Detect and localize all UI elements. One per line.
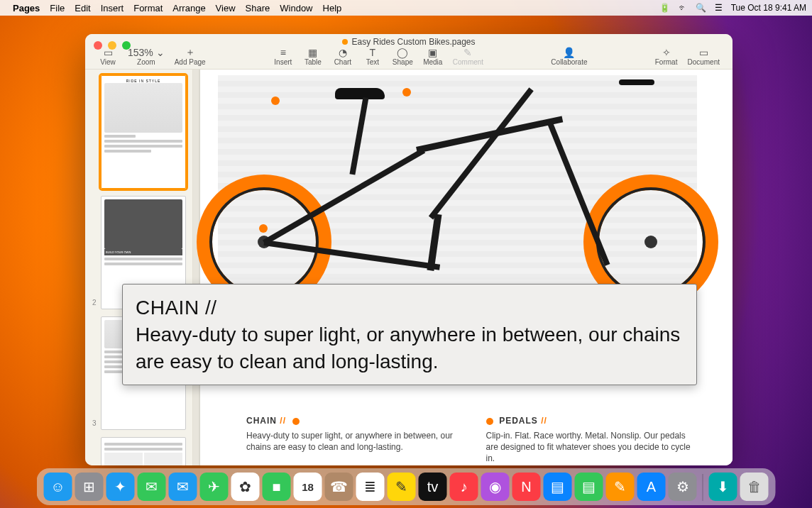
bike-seat <box>335 88 385 99</box>
document-editor[interactable]: CHAIN // Heavy-duty to super light, or a… <box>193 70 733 465</box>
wifi-icon[interactable]: ᯤ <box>679 3 687 13</box>
dock-app-messages[interactable]: ✉ <box>138 473 166 501</box>
titlebar: Easy Rides Custom Bikes.pages ▭View 153%… <box>85 34 733 70</box>
dock-app-mail[interactable]: ✉ <box>169 473 197 501</box>
zoom-dropdown[interactable]: 153% ⌄Zoom <box>124 47 169 67</box>
dock-app-notes[interactable]: ✎ <box>388 473 416 501</box>
dock-app-photos[interactable]: ✿ <box>231 473 260 501</box>
dock-app-tv[interactable]: tv <box>419 473 447 501</box>
collaborate-icon: 👤 <box>563 47 575 58</box>
shape-button[interactable]: ◯Shape <box>388 47 417 67</box>
page-canvas[interactable]: CHAIN // Heavy-duty to super light, or a… <box>200 70 733 465</box>
hover-text-overlay: CHAIN // Heavy-duty to super light, or a… <box>122 284 697 385</box>
dock-app-settings[interactable]: ⚙ <box>669 473 697 501</box>
page-thumbnails[interactable]: RIDE IN STYLE BUILD YOUR OWN 2 3 4 <box>85 70 193 465</box>
chain-body: Heavy-duty to super light, or anywhere i… <box>246 430 458 453</box>
battery-icon[interactable]: 🔋 <box>659 3 670 13</box>
thumbnail-page-1[interactable]: RIDE IN STYLE <box>92 75 185 189</box>
menu-window[interactable]: Window <box>280 3 312 13</box>
dock-app-launchpad[interactable]: ⊞ <box>75 473 104 501</box>
document-icon: ▭ <box>699 47 708 58</box>
control-center-icon[interactable]: ☰ <box>715 3 723 13</box>
menu-share[interactable]: Share <box>246 3 270 13</box>
menu-format[interactable]: Format <box>133 3 163 13</box>
column-pedals[interactable]: PEDALS // Clip-in. Flat. Race worthy. Me… <box>486 416 698 465</box>
menubar: Pages File Edit Insert Format Arrange Vi… <box>0 0 812 16</box>
dock-app-maps[interactable]: ✈ <box>200 473 229 501</box>
media-icon: ▣ <box>428 47 437 58</box>
bullet-icon <box>486 418 493 425</box>
app-menu[interactable]: Pages <box>13 3 40 13</box>
document-button[interactable]: ▭Document <box>683 47 724 67</box>
chart-icon: ◔ <box>339 47 347 58</box>
zoom-value: 153% ⌄ <box>128 47 165 58</box>
document-title[interactable]: Easy Rides Custom Bikes.pages <box>351 37 475 47</box>
handlebars <box>619 79 654 85</box>
hover-body: Heavy-duty to super light, or anywhere i… <box>136 321 684 375</box>
dock-app-contacts[interactable]: ☎ <box>325 473 353 501</box>
format-icon: ✧ <box>662 47 671 58</box>
insert-icon: ≡ <box>280 47 286 58</box>
collaborate-button[interactable]: 👤Collaborate <box>547 47 591 67</box>
insert-button[interactable]: ≡Insert <box>269 47 297 67</box>
dock-app-keynote[interactable]: ▤ <box>544 473 572 501</box>
thumbnail-page-4[interactable]: 4 <box>92 437 185 465</box>
text-icon: T <box>370 47 376 58</box>
dock-app-appstore[interactable]: A <box>637 473 666 501</box>
dock-app-podcasts[interactable]: ◉ <box>481 473 510 501</box>
menu-file[interactable]: File <box>50 3 65 13</box>
hover-title: CHAIN // <box>136 294 684 321</box>
toolbar: ▭View 153% ⌄Zoom ＋Add Page ≡Insert ▦Tabl… <box>85 47 733 67</box>
bullet-icon <box>292 418 300 425</box>
dock[interactable]: ☺⊞✦✉✉✈✿■18☎≣✎tv♪◉N▤▤✎A⚙⬇🗑 <box>37 468 776 505</box>
dock-app-facetime[interactable]: ■ <box>263 473 291 501</box>
media-button[interactable]: ▣Media <box>419 47 447 67</box>
pages-window: Easy Rides Custom Bikes.pages ▭View 153%… <box>85 34 733 465</box>
table-icon: ▦ <box>308 47 317 58</box>
pedals-body: Clip-in. Flat. Race worthy. Metal. Nonsl… <box>486 430 698 465</box>
column-chain[interactable]: CHAIN // Heavy-duty to super light, or a… <box>246 416 458 465</box>
chart-button[interactable]: ◔Chart <box>329 47 357 67</box>
view-icon: ▭ <box>104 47 113 58</box>
add-page-button[interactable]: ＋Add Page <box>170 47 210 67</box>
dock-app-news[interactable]: N <box>512 473 541 501</box>
menu-view[interactable]: View <box>216 3 236 13</box>
dock-app-reminders[interactable]: ≣ <box>356 473 385 501</box>
callout-dot[interactable] <box>259 224 268 233</box>
dock-app-numbers[interactable]: ▤ <box>575 473 603 501</box>
dock-separator <box>703 474 703 501</box>
spotlight-icon[interactable]: 🔍 <box>696 3 706 13</box>
dock-trash[interactable]: 🗑 <box>740 473 769 501</box>
menubar-clock[interactable]: Tue Oct 18 9:41 AM <box>731 3 806 13</box>
view-button[interactable]: ▭View <box>94 47 122 67</box>
table-button[interactable]: ▦Table <box>299 47 327 67</box>
document-proxy-icon[interactable] <box>342 39 348 45</box>
menu-arrange[interactable]: Arrange <box>172 3 205 13</box>
dock-app-music[interactable]: ♪ <box>450 473 478 501</box>
callout-dot[interactable] <box>271 96 280 105</box>
comment-icon: ✎ <box>463 47 472 58</box>
callout-dot[interactable] <box>402 88 411 96</box>
format-button[interactable]: ✧Format <box>651 47 682 67</box>
dock-app-safari[interactable]: ✦ <box>106 473 135 501</box>
shape-icon: ◯ <box>397 47 408 58</box>
dock-downloads[interactable]: ⬇ <box>709 473 737 501</box>
menu-help[interactable]: Help <box>323 3 342 13</box>
dock-app-finder[interactable]: ☺ <box>44 473 72 501</box>
comment-button[interactable]: ✎Comment <box>449 47 488 67</box>
text-button[interactable]: TText <box>358 47 387 67</box>
thumbnail-number: 3 <box>92 419 97 427</box>
thumbnail-number: 2 <box>92 299 97 307</box>
plus-icon: ＋ <box>185 47 195 58</box>
dock-app-pages[interactable]: ✎ <box>606 473 635 501</box>
menu-insert[interactable]: Insert <box>101 3 124 13</box>
menu-edit[interactable]: Edit <box>75 3 90 13</box>
bike-image[interactable] <box>218 75 697 316</box>
dock-app-calendar[interactable]: 18 <box>294 473 322 501</box>
